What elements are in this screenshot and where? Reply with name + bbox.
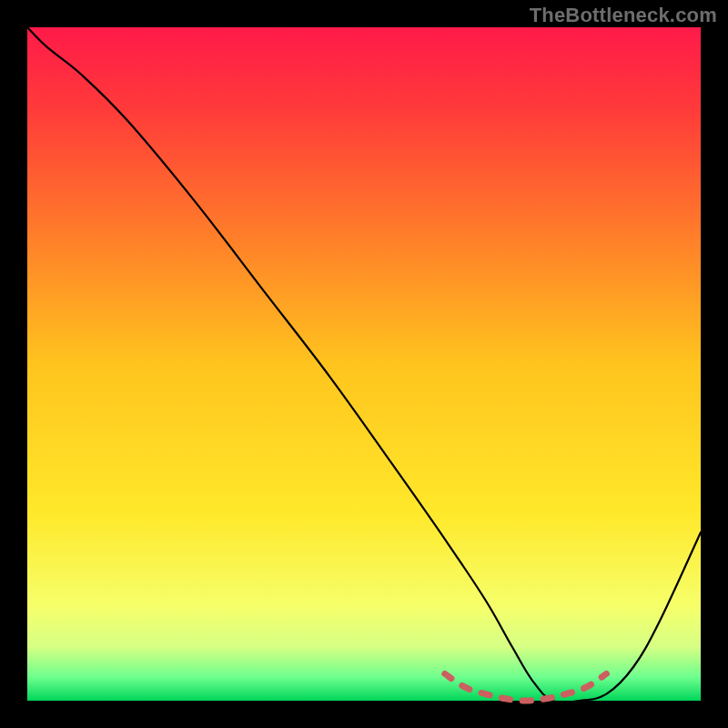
plot-svg [0,0,728,728]
plot-background [27,27,701,701]
watermark-text: TheBottleneck.com [530,4,717,27]
bottleneck-chart: TheBottleneck.com [0,0,728,728]
